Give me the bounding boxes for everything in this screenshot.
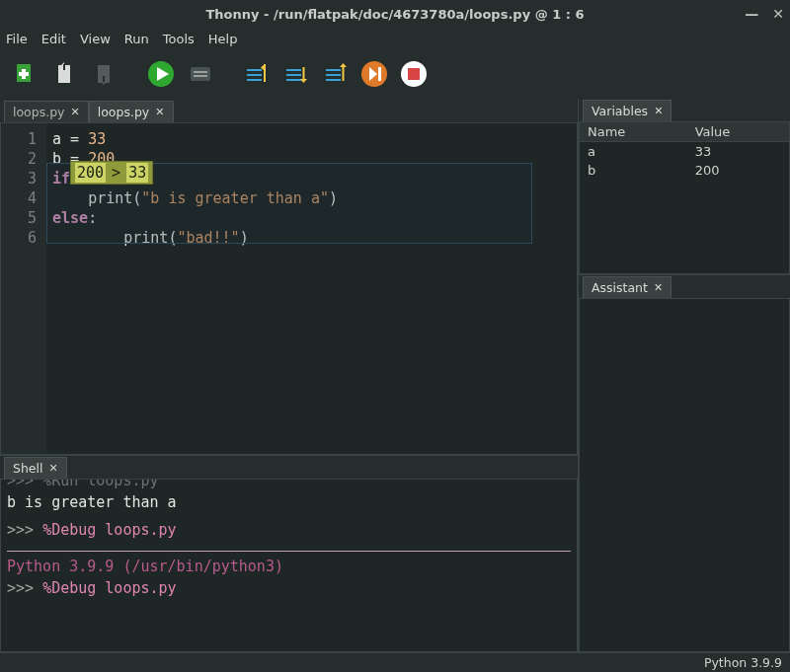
shell-output[interactable]: >>> %Run loops.py b is greater than a >>… [1,480,577,603]
assistant-panel: Assistant ✕ [579,274,790,652]
menu-view[interactable]: View [80,32,111,46]
resume-button[interactable] [359,59,389,89]
shell-panel: Shell ✕ >>> %Run loops.py b is greater t… [0,455,578,652]
code-editor[interactable]: 1 2 3 4 5 6 a = 33 b = 200 if b > a: pri… [0,122,578,455]
svg-rect-10 [264,64,266,82]
assistant-tab[interactable]: Assistant ✕ [583,276,672,298]
close-tab-icon[interactable]: ✕ [654,281,663,294]
window-title: Thonny - /run/flatpak/doc/4673780a/loops… [206,7,585,22]
variables-col-name: Name [580,122,687,142]
menu-tools[interactable]: Tools [163,32,195,46]
status-python-version: Python 3.9.9 [704,655,782,670]
shell-tab-label: Shell [13,461,43,476]
svg-rect-5 [194,71,207,73]
svg-rect-13 [286,79,301,81]
menu-file[interactable]: File [6,32,28,46]
editor-tabs: loops.py ✕ loops.py ✕ [0,99,578,122]
menubar: File Edit View Run Tools Help [0,28,790,49]
save-file-button[interactable] [89,59,118,89]
editor-tab-label: loops.py [13,105,65,119]
variable-row[interactable]: a 33 [580,142,789,162]
code-area[interactable]: a = 33 b = 200 if b > a: print("b is gre… [46,123,577,454]
statusbar: Python 3.9.9 [0,652,790,672]
debug-eval-tooltip: 200 > 33 [70,161,153,185]
svg-rect-11 [286,69,301,71]
step-out-button[interactable] [320,59,350,89]
minimize-icon[interactable]: — [745,6,758,22]
open-file-button[interactable] [49,59,79,89]
debug-eval-rhs: 33 [126,163,148,183]
variables-col-value: Value [687,122,789,142]
step-into-button[interactable] [280,59,310,89]
svg-rect-7 [247,69,262,71]
variables-tab-label: Variables [592,104,648,118]
svg-rect-2 [19,72,29,76]
close-tab-icon[interactable]: ✕ [49,462,58,475]
svg-rect-4 [191,67,210,81]
close-tab-icon[interactable]: ✕ [71,106,80,118]
svg-rect-14 [303,67,305,80]
close-tab-icon[interactable]: ✕ [155,106,164,118]
titlebar: Thonny - /run/flatpak/doc/4673780a/loops… [0,0,790,28]
editor-tab-1[interactable]: loops.py ✕ [4,101,89,122]
menu-run[interactable]: Run [124,32,149,46]
variables-panel: Variables ✕ Name Value a 33 b 2 [579,99,790,274]
svg-rect-15 [326,69,341,71]
svg-rect-22 [408,68,420,80]
debug-eval-op: > [112,163,120,183]
svg-rect-12 [286,74,301,76]
menu-edit[interactable]: Edit [41,32,66,46]
assistant-body [579,299,790,652]
svg-rect-8 [247,74,262,76]
variable-row[interactable]: b 200 [580,161,789,180]
debug-button[interactable] [186,59,215,89]
svg-rect-6 [194,75,207,77]
assistant-tab-label: Assistant [592,280,648,295]
editor-tab-2[interactable]: loops.py ✕ [89,101,174,122]
variables-tab[interactable]: Variables ✕ [583,100,672,121]
stop-button[interactable] [399,59,429,89]
line-gutter: 1 2 3 4 5 6 [1,123,46,454]
new-file-button[interactable] [10,59,40,89]
step-over-button[interactable] [241,59,271,89]
svg-rect-20 [378,67,381,81]
toolbar [0,49,790,99]
editor-tab-label: loops.py [98,105,150,119]
svg-rect-9 [247,79,262,81]
close-tab-icon[interactable]: ✕ [654,105,663,117]
debug-eval-lhs: 200 [75,163,106,183]
variables-table: Name Value a 33 b 200 [580,122,789,180]
run-button[interactable] [146,59,176,89]
close-icon[interactable]: ✕ [772,6,784,22]
svg-rect-16 [326,74,341,76]
shell-separator [7,551,571,552]
svg-rect-18 [343,66,345,81]
menu-help[interactable]: Help [208,32,238,46]
svg-rect-17 [326,79,341,81]
shell-tab[interactable]: Shell ✕ [4,457,67,479]
